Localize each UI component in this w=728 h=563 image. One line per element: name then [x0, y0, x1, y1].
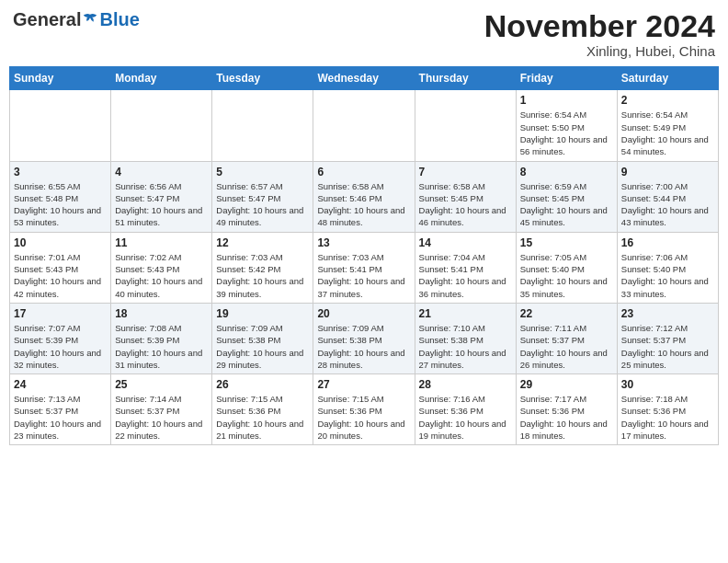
day-info: Sunrise: 6:58 AM Sunset: 5:46 PM Dayligh… [317, 180, 410, 229]
day-number: 18 [115, 307, 208, 320]
day-number: 20 [317, 307, 410, 320]
day-number: 28 [419, 378, 512, 391]
day-info: Sunrise: 7:13 AM Sunset: 5:37 PM Dayligh… [14, 393, 107, 442]
day-number: 24 [14, 378, 107, 391]
table-row: 7Sunrise: 6:58 AM Sunset: 5:45 PM Daylig… [415, 161, 516, 232]
table-row: 5Sunrise: 6:57 AM Sunset: 5:47 PM Daylig… [212, 161, 313, 232]
day-info: Sunrise: 7:15 AM Sunset: 5:36 PM Dayligh… [317, 393, 410, 442]
day-info: Sunrise: 7:15 AM Sunset: 5:36 PM Dayligh… [216, 393, 309, 442]
table-row: 29Sunrise: 7:17 AM Sunset: 5:36 PM Dayli… [516, 374, 617, 445]
day-info: Sunrise: 7:04 AM Sunset: 5:41 PM Dayligh… [419, 251, 512, 300]
day-number: 29 [520, 378, 613, 391]
day-info: Sunrise: 7:02 AM Sunset: 5:43 PM Dayligh… [115, 251, 208, 300]
day-number: 15 [520, 236, 613, 249]
day-info: Sunrise: 6:57 AM Sunset: 5:47 PM Dayligh… [216, 180, 309, 229]
day-number: 12 [216, 236, 309, 249]
table-row: 25Sunrise: 7:14 AM Sunset: 5:37 PM Dayli… [111, 374, 212, 445]
day-number: 19 [216, 307, 309, 320]
table-row: 24Sunrise: 7:13 AM Sunset: 5:37 PM Dayli… [10, 374, 111, 445]
table-row: 20Sunrise: 7:09 AM Sunset: 5:38 PM Dayli… [313, 303, 415, 373]
day-info: Sunrise: 6:58 AM Sunset: 5:45 PM Dayligh… [419, 180, 512, 229]
logo: General Blue [13, 9, 140, 30]
header-wednesday: Wednesday [313, 67, 415, 90]
table-row: 10Sunrise: 7:01 AM Sunset: 5:43 PM Dayli… [10, 232, 111, 303]
day-number: 3 [14, 166, 107, 178]
table-row: 19Sunrise: 7:09 AM Sunset: 5:38 PM Dayli… [212, 303, 313, 373]
day-info: Sunrise: 7:00 AM Sunset: 5:44 PM Dayligh… [621, 180, 714, 229]
day-number: 14 [419, 236, 512, 249]
day-number: 5 [216, 166, 309, 178]
table-row: 3Sunrise: 6:55 AM Sunset: 5:48 PM Daylig… [10, 161, 111, 232]
table-row: 26Sunrise: 7:15 AM Sunset: 5:36 PM Dayli… [212, 374, 313, 445]
table-row: 11Sunrise: 7:02 AM Sunset: 5:43 PM Dayli… [111, 232, 212, 303]
table-row [111, 90, 212, 161]
day-number: 27 [317, 378, 410, 391]
table-row [10, 90, 111, 161]
day-number: 23 [621, 307, 714, 320]
day-info: Sunrise: 7:03 AM Sunset: 5:41 PM Dayligh… [317, 251, 410, 300]
day-number: 4 [115, 166, 208, 178]
day-info: Sunrise: 7:16 AM Sunset: 5:36 PM Dayligh… [419, 393, 512, 442]
header-sunday: Sunday [10, 67, 111, 90]
table-row: 2Sunrise: 6:54 AM Sunset: 5:49 PM Daylig… [617, 90, 718, 161]
table-row: 13Sunrise: 7:03 AM Sunset: 5:41 PM Dayli… [313, 232, 415, 303]
table-row: 1Sunrise: 6:54 AM Sunset: 5:50 PM Daylig… [516, 90, 617, 161]
calendar-table: Sunday Monday Tuesday Wednesday Thursday… [9, 66, 719, 445]
day-info: Sunrise: 7:03 AM Sunset: 5:42 PM Dayligh… [216, 251, 309, 300]
day-number: 6 [317, 166, 410, 178]
day-info: Sunrise: 7:06 AM Sunset: 5:40 PM Dayligh… [621, 251, 714, 300]
day-info: Sunrise: 7:17 AM Sunset: 5:36 PM Dayligh… [520, 393, 613, 442]
day-number: 13 [317, 236, 410, 249]
day-info: Sunrise: 7:09 AM Sunset: 5:38 PM Dayligh… [216, 322, 309, 371]
day-number: 25 [115, 378, 208, 391]
day-number: 8 [520, 166, 613, 178]
location-heading: Xinling, Hubei, China [484, 43, 715, 59]
header-thursday: Thursday [415, 67, 516, 90]
day-number: 10 [14, 236, 107, 249]
day-number: 2 [621, 94, 714, 107]
page-header: General Blue November 2024 Xinling, Hube… [9, 9, 719, 59]
header-monday: Monday [111, 67, 212, 90]
day-number: 11 [115, 236, 208, 249]
table-row: 17Sunrise: 7:07 AM Sunset: 5:39 PM Dayli… [10, 303, 111, 373]
calendar-row-2: 3Sunrise: 6:55 AM Sunset: 5:48 PM Daylig… [10, 161, 719, 232]
day-info: Sunrise: 7:09 AM Sunset: 5:38 PM Dayligh… [317, 322, 410, 371]
calendar-row-4: 17Sunrise: 7:07 AM Sunset: 5:39 PM Dayli… [10, 303, 719, 373]
day-number: 17 [14, 307, 107, 320]
table-row: 22Sunrise: 7:11 AM Sunset: 5:37 PM Dayli… [516, 303, 617, 373]
day-info: Sunrise: 7:08 AM Sunset: 5:39 PM Dayligh… [115, 322, 208, 371]
table-row: 6Sunrise: 6:58 AM Sunset: 5:46 PM Daylig… [313, 161, 415, 232]
day-info: Sunrise: 7:12 AM Sunset: 5:37 PM Dayligh… [621, 322, 714, 371]
day-info: Sunrise: 6:56 AM Sunset: 5:47 PM Dayligh… [115, 180, 208, 229]
calendar-row-1: 1Sunrise: 6:54 AM Sunset: 5:50 PM Daylig… [10, 90, 719, 161]
day-info: Sunrise: 7:10 AM Sunset: 5:38 PM Dayligh… [419, 322, 512, 371]
day-number: 22 [520, 307, 613, 320]
table-row: 15Sunrise: 7:05 AM Sunset: 5:40 PM Dayli… [516, 232, 617, 303]
table-row: 9Sunrise: 7:00 AM Sunset: 5:44 PM Daylig… [617, 161, 718, 232]
day-info: Sunrise: 6:59 AM Sunset: 5:45 PM Dayligh… [520, 180, 613, 229]
day-info: Sunrise: 7:07 AM Sunset: 5:39 PM Dayligh… [14, 322, 107, 371]
table-row: 27Sunrise: 7:15 AM Sunset: 5:36 PM Dayli… [313, 374, 415, 445]
day-number: 1 [520, 94, 613, 107]
table-row: 14Sunrise: 7:04 AM Sunset: 5:41 PM Dayli… [415, 232, 516, 303]
table-row: 23Sunrise: 7:12 AM Sunset: 5:37 PM Dayli… [617, 303, 718, 373]
day-info: Sunrise: 6:55 AM Sunset: 5:48 PM Dayligh… [14, 180, 107, 229]
day-info: Sunrise: 7:14 AM Sunset: 5:37 PM Dayligh… [115, 393, 208, 442]
day-info: Sunrise: 6:54 AM Sunset: 5:50 PM Dayligh… [520, 109, 613, 157]
table-row: 16Sunrise: 7:06 AM Sunset: 5:40 PM Dayli… [617, 232, 718, 303]
table-row [415, 90, 516, 161]
month-year-heading: November 2024 [484, 9, 715, 43]
table-row [313, 90, 415, 161]
day-info: Sunrise: 7:11 AM Sunset: 5:37 PM Dayligh… [520, 322, 613, 371]
logo-bird-icon [82, 12, 98, 29]
table-row [212, 90, 313, 161]
table-row: 4Sunrise: 6:56 AM Sunset: 5:47 PM Daylig… [111, 161, 212, 232]
day-number: 30 [621, 378, 714, 391]
calendar-row-5: 24Sunrise: 7:13 AM Sunset: 5:37 PM Dayli… [10, 374, 719, 445]
table-row: 8Sunrise: 6:59 AM Sunset: 5:45 PM Daylig… [516, 161, 617, 232]
logo-blue-text: Blue [99, 9, 139, 30]
header-tuesday: Tuesday [212, 67, 313, 90]
day-info: Sunrise: 7:18 AM Sunset: 5:36 PM Dayligh… [621, 393, 714, 442]
day-info: Sunrise: 7:05 AM Sunset: 5:40 PM Dayligh… [520, 251, 613, 300]
header-friday: Friday [516, 67, 617, 90]
